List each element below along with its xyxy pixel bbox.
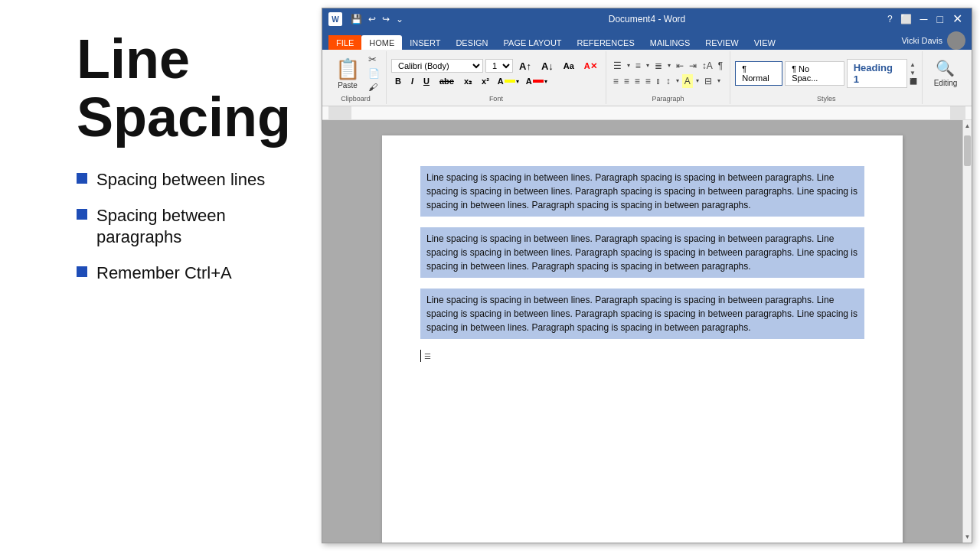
editing-content: 🔍 Editing bbox=[934, 53, 958, 93]
title-bar-left: W 💾 ↩ ↪ ⌄ bbox=[328, 12, 406, 26]
tab-mailings[interactable]: MAILINGS bbox=[642, 35, 698, 50]
scroll-down-button[interactable]: ▼ bbox=[962, 531, 972, 543]
font-row-1: Calibri (Body) 11 A↑ A↓ Aa A✕ bbox=[391, 59, 601, 73]
font-family-selector[interactable]: Calibri (Body) bbox=[391, 59, 483, 73]
para-row-1: ☰ ▾ ≡ ▾ ≣ ▾ ⇤ ⇥ ↕A ¶ bbox=[611, 59, 725, 73]
save-icon[interactable]: 💾 bbox=[348, 14, 364, 24]
multilevel-dropdown[interactable]: ▾ bbox=[665, 60, 673, 70]
word-icon: W bbox=[328, 12, 342, 26]
bullets-button[interactable]: ☰ bbox=[611, 59, 624, 73]
redo-icon[interactable]: ↪ bbox=[380, 14, 392, 24]
highlight-text-label: A bbox=[498, 77, 504, 86]
bullets-dropdown[interactable]: ▾ bbox=[625, 60, 632, 70]
decrease-indent-button[interactable]: ⇤ bbox=[674, 59, 686, 73]
ribbon-toggle-icon[interactable]: ⬜ bbox=[898, 14, 914, 24]
change-case-icon[interactable]: Aa bbox=[560, 60, 578, 72]
multilevel-button[interactable]: ≣ bbox=[652, 59, 665, 73]
clear-format-icon[interactable]: A✕ bbox=[580, 60, 601, 73]
ruler-track bbox=[328, 106, 965, 119]
font-color-button[interactable]: A ▾ bbox=[524, 75, 550, 87]
bullet-icon-3 bbox=[77, 266, 87, 277]
numbering-dropdown[interactable]: ▾ bbox=[644, 60, 652, 70]
align-left-button[interactable]: ≡ bbox=[611, 74, 621, 88]
font-color-label: A bbox=[526, 77, 532, 86]
align-center-button[interactable]: ≡ bbox=[622, 74, 632, 88]
tab-view[interactable]: VIEW bbox=[746, 35, 783, 50]
columns-button[interactable]: ⫾ bbox=[654, 74, 663, 88]
styles-label: Styles bbox=[817, 95, 836, 103]
scroll-track[interactable] bbox=[963, 132, 972, 531]
font-size-selector[interactable]: 11 bbox=[485, 59, 513, 73]
clipboard-label: Clipboard bbox=[341, 95, 371, 103]
increase-indent-button[interactable]: ⇥ bbox=[687, 59, 699, 73]
borders-dropdown[interactable]: ▾ bbox=[715, 76, 723, 86]
align-right-button[interactable]: ≡ bbox=[632, 74, 642, 88]
shading-button[interactable]: A bbox=[682, 74, 693, 88]
para-row-2: ≡ ≡ ≡ ≡ ⫾ ↕ ▾ A ▾ ⊟ ▾ bbox=[611, 74, 725, 88]
line-spacing-button[interactable]: ↕ bbox=[664, 74, 673, 88]
tab-file[interactable]: FILE bbox=[328, 35, 361, 50]
grow-font-icon[interactable]: A↑ bbox=[515, 59, 535, 73]
borders-button[interactable]: ⊟ bbox=[702, 74, 714, 88]
editing-label: Editing bbox=[934, 79, 958, 87]
highlight-indicator bbox=[505, 80, 515, 83]
copy-icon[interactable]: 📄 bbox=[367, 67, 381, 80]
help-icon[interactable]: ? bbox=[885, 14, 895, 24]
window-title: Document4 - Word bbox=[609, 14, 685, 24]
slide-title: LineSpacing bbox=[77, 31, 299, 146]
tab-page-layout[interactable]: PAGE LAYOUT bbox=[496, 35, 570, 50]
minimize-button[interactable]: ─ bbox=[917, 14, 931, 24]
customize-icon[interactable]: ⌄ bbox=[394, 14, 406, 24]
paste-icon: 📋 bbox=[335, 57, 360, 81]
bullet-list: Spacing between lines Spacing between pa… bbox=[77, 169, 299, 298]
justify-button[interactable]: ≡ bbox=[643, 74, 653, 88]
tab-insert[interactable]: INSERT bbox=[402, 35, 448, 50]
color-dropdown-icon[interactable]: ▾ bbox=[544, 78, 547, 85]
styles-scroll-arrows[interactable]: ▲ ▼ ⬛ bbox=[910, 61, 917, 85]
scroll-up-button[interactable]: ▲ bbox=[962, 120, 972, 132]
font-label: Font bbox=[489, 95, 503, 103]
paste-button[interactable]: 📋 Paste bbox=[330, 55, 365, 92]
styles-up-arrow[interactable]: ▲ bbox=[910, 61, 917, 68]
italic-button[interactable]: I bbox=[407, 75, 417, 87]
superscript-button[interactable]: x² bbox=[478, 75, 493, 87]
bold-button[interactable]: B bbox=[391, 75, 405, 87]
subscript-button[interactable]: x₂ bbox=[460, 75, 475, 88]
styles-down-arrow[interactable]: ▼ bbox=[910, 70, 917, 77]
paragraph-label: Paragraph bbox=[652, 95, 684, 103]
scroll-thumb[interactable] bbox=[964, 135, 971, 166]
style-heading1[interactable]: Heading 1 bbox=[847, 59, 907, 88]
tab-design[interactable]: DESIGN bbox=[448, 35, 495, 50]
line-spacing-dropdown[interactable]: ▾ bbox=[674, 76, 681, 86]
style-normal[interactable]: ¶ Normal bbox=[735, 61, 782, 86]
style-no-space[interactable]: ¶ No Spac... bbox=[785, 61, 844, 86]
sort-button[interactable]: ↕A bbox=[700, 59, 715, 73]
cursor-line: ☰ bbox=[420, 350, 864, 362]
highlight-button[interactable]: A ▾ bbox=[495, 75, 521, 87]
clipboard-content: 📋 Paste ✂ 📄 🖌 bbox=[330, 53, 381, 93]
format-painter-icon[interactable]: 🖌 bbox=[367, 81, 381, 93]
strikethrough-button[interactable]: abc bbox=[436, 75, 458, 87]
tab-review[interactable]: REVIEW bbox=[697, 35, 746, 50]
tab-references[interactable]: REFERENCES bbox=[570, 35, 642, 50]
shrink-font-icon[interactable]: A↓ bbox=[537, 59, 557, 73]
numbering-button[interactable]: ≡ bbox=[633, 59, 643, 73]
document-container: Line spacing is spacing in between lines… bbox=[322, 120, 972, 543]
bullet-item-1: Spacing between lines bbox=[77, 169, 299, 191]
tab-home[interactable]: HOME bbox=[361, 35, 402, 50]
styles-expand-arrow[interactable]: ⬛ bbox=[910, 78, 917, 85]
highlight-dropdown-icon[interactable]: ▾ bbox=[516, 78, 519, 85]
restore-button[interactable]: □ bbox=[934, 14, 946, 24]
bullet-text-1: Spacing between lines bbox=[96, 169, 265, 191]
bullet-icon-2 bbox=[77, 209, 87, 220]
undo-icon[interactable]: ↩ bbox=[366, 14, 378, 24]
para-group-content: ☰ ▾ ≡ ▾ ≣ ▾ ⇤ ⇥ ↕A ¶ ≡ ≡ ≡ ≡ ⫾ ↕ bbox=[611, 53, 725, 93]
document-area[interactable]: Line spacing is spacing in between lines… bbox=[322, 120, 962, 543]
vertical-scrollbar[interactable]: ▲ ▼ bbox=[962, 120, 972, 543]
shading-dropdown[interactable]: ▾ bbox=[694, 76, 701, 86]
cut-icon[interactable]: ✂ bbox=[367, 53, 381, 66]
show-marks-button[interactable]: ¶ bbox=[716, 59, 725, 73]
underline-button[interactable]: U bbox=[420, 75, 433, 87]
close-button[interactable]: ✕ bbox=[949, 13, 965, 25]
ribbon-tabs: FILE HOME INSERT DESIGN PAGE LAYOUT REFE… bbox=[322, 30, 972, 50]
